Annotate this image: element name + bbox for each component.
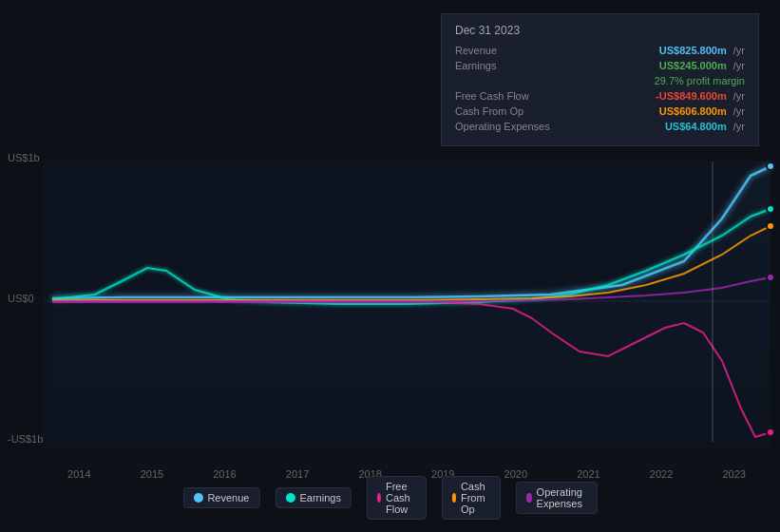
svg-point-6 xyxy=(767,205,774,213)
tooltip-label-opex: Operating Expenses xyxy=(455,121,550,132)
legend-dot-earnings xyxy=(285,493,295,503)
y-axis-top: US$1b xyxy=(8,152,40,163)
tooltip-row-earnings: Earnings US$245.000m /yr xyxy=(455,60,745,71)
legend-dot-opex xyxy=(526,493,531,503)
x-label-2023: 2023 xyxy=(722,468,745,480)
tooltip-row-fcf: Free Cash Flow -US$849.600m /yr xyxy=(455,90,745,102)
tooltip-row-margin: 29.7% profit margin xyxy=(455,75,745,86)
tooltip-label-revenue: Revenue xyxy=(455,45,497,56)
svg-point-8 xyxy=(767,222,774,230)
legend-label-cashfromop: Cash From Op xyxy=(461,481,490,515)
legend-item-cashfromop[interactable]: Cash From Op xyxy=(442,476,502,520)
svg-point-7 xyxy=(767,428,774,436)
y-axis-bot: -US$1b xyxy=(8,433,43,445)
tooltip-row-revenue: Revenue US$825.800m /yr xyxy=(455,45,745,56)
tooltip-value-opex: US$64.800m /yr xyxy=(665,121,745,132)
tooltip-value-revenue: US$825.800m /yr xyxy=(659,45,745,56)
x-label-2014: 2014 xyxy=(67,468,90,480)
legend-item-fcf[interactable]: Free Cash Flow xyxy=(367,476,427,520)
legend-item-revenue[interactable]: Revenue xyxy=(182,487,259,508)
x-label-2015: 2015 xyxy=(141,468,163,480)
tooltip-row-opex: Operating Expenses US$64.800m /yr xyxy=(455,121,745,132)
tooltip-profit-margin: 29.7% profit margin xyxy=(655,75,745,86)
chart-container: US$1b US$0 -US$1b 2014 2015 2016 2017 20… xyxy=(0,0,780,532)
tooltip-value-cashfromop: US$606.800m /yr xyxy=(659,105,745,117)
tooltip-label-earnings: Earnings xyxy=(455,60,496,71)
tooltip-row-cashfromop: Cash From Op US$606.800m /yr xyxy=(455,105,745,117)
legend-item-earnings[interactable]: Earnings xyxy=(275,487,351,508)
tooltip-value-fcf: -US$849.600m /yr xyxy=(656,90,745,102)
legend-label-revenue: Revenue xyxy=(207,492,249,504)
chart-legend: Revenue Earnings Free Cash Flow Cash Fro… xyxy=(182,476,597,520)
legend-label-fcf: Free Cash Flow xyxy=(386,481,416,515)
legend-dot-fcf xyxy=(377,493,381,503)
legend-item-opex[interactable]: Operating Expenses xyxy=(516,482,597,514)
tooltip-label-fcf: Free Cash Flow xyxy=(455,90,529,102)
legend-dot-cashfromop xyxy=(452,493,456,503)
tooltip-title: Dec 31 2023 xyxy=(455,24,745,37)
svg-point-5 xyxy=(767,162,774,170)
legend-dot-revenue xyxy=(193,493,202,503)
svg-point-9 xyxy=(767,274,774,281)
tooltip-label-cashfromop: Cash From Op xyxy=(455,105,523,117)
legend-label-earnings: Earnings xyxy=(299,492,340,504)
tooltip-panel: Dec 31 2023 Revenue US$825.800m /yr Earn… xyxy=(441,13,759,146)
tooltip-value-earnings: US$245.000m /yr xyxy=(659,60,745,71)
legend-label-opex: Operating Expenses xyxy=(537,486,587,509)
y-axis-mid: US$0 xyxy=(8,293,34,304)
x-label-2022: 2022 xyxy=(650,468,673,480)
